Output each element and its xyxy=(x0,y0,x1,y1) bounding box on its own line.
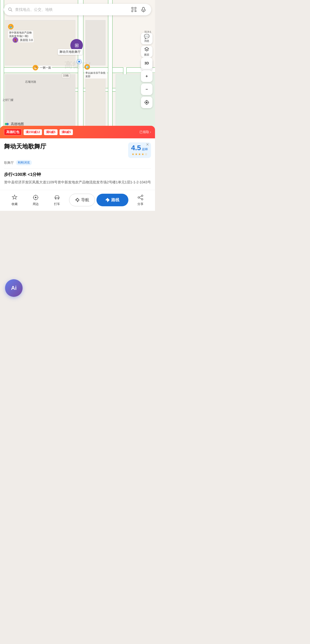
close-button[interactable]: × xyxy=(144,141,151,148)
divider-1 xyxy=(4,168,151,169)
scan-button[interactable] xyxy=(130,6,138,14)
share-label: 分享 xyxy=(137,202,143,206)
star-3-icon: ★ xyxy=(138,152,141,156)
user-location-dot xyxy=(77,60,81,63)
svg-point-22 xyxy=(35,197,36,198)
map-controls: 3D + − xyxy=(141,57,152,108)
messages-label: 消息 xyxy=(144,39,149,43)
search-placeholder: 查找地点、公交、地铁 xyxy=(15,7,130,12)
poi-dot-purple: 💄 xyxy=(13,37,18,43)
svg-point-32 xyxy=(141,198,143,200)
taxi-label: 打车 xyxy=(54,202,60,206)
svg-rect-2 xyxy=(132,7,133,9)
nearby-icon xyxy=(32,194,39,201)
taxi-button[interactable]: 打车 xyxy=(46,194,68,206)
share-icon xyxy=(137,194,144,201)
place-info: 舞动天地歌舞厅 4.5 超棒 ★ ★ ★ ★ ☆ 歌舞厅 刚刚浏览 步行<100… xyxy=(0,138,155,187)
place-distance: 步行<100米 <1分钟 xyxy=(4,172,151,177)
star-2-icon: ★ xyxy=(135,152,138,156)
poi-dot-xinfadi: 🏪 xyxy=(8,24,14,29)
poi-name-yizhounmian: 一粥一面 xyxy=(39,66,52,70)
route-button[interactable]: 路线 xyxy=(96,194,128,206)
red-envelope-brand: 高德红包 xyxy=(4,129,22,135)
layers-label: 图层 xyxy=(144,53,149,57)
map-label-15dong: 15栋 xyxy=(62,73,70,78)
taxi-icon xyxy=(54,194,61,201)
recent-tag: 刚刚浏览 xyxy=(16,160,32,165)
road-vertical-2 xyxy=(108,0,113,131)
poi-name-liyimei: 李幺妹冷冻干杂批发部 xyxy=(84,71,107,78)
route-label: 路线 xyxy=(111,197,119,203)
nearby-button[interactable]: 周边 xyxy=(25,194,46,206)
map-block-3 xyxy=(5,74,75,130)
svg-rect-4 xyxy=(132,11,133,12)
svg-point-31 xyxy=(138,197,139,198)
location-button[interactable] xyxy=(141,97,152,108)
coupon-1: 满150减12 xyxy=(24,129,42,135)
received-arrow-icon: › xyxy=(150,130,151,134)
navigate-button[interactable]: 导航 xyxy=(69,194,95,206)
poi-name-meirongyuan: 美容院 3.8 xyxy=(19,38,34,42)
messages-button[interactable]: 💬 消息 xyxy=(141,33,152,44)
map-area[interactable]: 高德TV 远达1 石堰河路 之轩门窗 15栋 🍜 一粥一面 🏪 资中新发地农产品… xyxy=(0,0,155,131)
svg-line-34 xyxy=(139,198,141,199)
share-button[interactable]: 分享 xyxy=(130,194,151,206)
action-bar: 收藏 周边 xyxy=(0,190,155,208)
road-vertical-3 xyxy=(0,0,4,131)
layers-button[interactable]: 图层 xyxy=(141,46,152,57)
poi-liyimei[interactable]: 🧊 李幺妹冷冻干杂批发部 xyxy=(84,64,107,78)
3d-button[interactable]: 3D xyxy=(141,57,152,69)
svg-point-15 xyxy=(146,102,147,103)
layers-icon xyxy=(144,47,149,53)
star-4-icon: ★ xyxy=(141,152,144,156)
search-icon xyxy=(8,7,13,12)
ai-label: Ai xyxy=(11,285,17,291)
place-header: 舞动天地歌舞厅 4.5 超棒 ★ ★ ★ ★ ☆ xyxy=(4,142,151,158)
zoom-out-button[interactable]: − xyxy=(141,84,152,95)
zoom-in-button[interactable]: + xyxy=(141,70,152,82)
rating-score: 4.5 xyxy=(131,144,141,151)
poi-dot-liyimei: 🧊 xyxy=(84,64,90,70)
svg-rect-3 xyxy=(135,7,136,9)
collect-label: 收藏 xyxy=(12,202,18,206)
pin-icon: ⊞ xyxy=(75,42,79,48)
svg-line-33 xyxy=(139,196,141,197)
received-status: 已领取 › xyxy=(139,130,151,134)
category-tag: 歌舞厅 xyxy=(4,160,14,165)
poi-meirongyuan[interactable]: 💄 美容院 3.8 xyxy=(13,37,34,43)
map-label-road1: 石堰河路 xyxy=(25,80,36,84)
voice-button[interactable] xyxy=(139,6,147,14)
coupon-2: 满6减5 xyxy=(44,129,57,135)
map-block-4 xyxy=(85,74,106,130)
place-title: 舞动天地歌舞厅 xyxy=(4,142,46,150)
nearby-label: 周边 xyxy=(33,202,39,206)
map-block-2 xyxy=(85,20,106,65)
svg-rect-13 xyxy=(142,7,144,10)
svg-line-1 xyxy=(11,10,12,12)
poi-xinfadi[interactable]: 🏪 资中新发地农产品物流批发市场(一期) xyxy=(8,24,33,38)
poi-yizhouymian[interactable]: 🍜 一粥一面 xyxy=(33,65,52,70)
collect-button[interactable]: 收藏 xyxy=(4,194,25,206)
poi-dot-orange: 🍜 xyxy=(33,65,38,70)
svg-point-30 xyxy=(141,195,143,196)
red-envelope-banner[interactable]: 高德红包 满150减12 满6减5 满6减5 已领取 › xyxy=(0,126,155,138)
svg-point-29 xyxy=(58,198,59,199)
messages-icon: 💬 xyxy=(144,34,149,39)
place-tag: 舞动天地歌舞厅 xyxy=(58,49,82,55)
svg-point-28 xyxy=(55,198,56,199)
star-half-icon: ☆ xyxy=(145,152,147,156)
place-tags: 歌舞厅 刚刚浏览 xyxy=(4,160,151,165)
coupon-3: 满6减5 xyxy=(60,129,73,135)
star-1-icon: ★ xyxy=(132,152,134,156)
collect-icon xyxy=(11,194,18,201)
bottom-panel: 高德红包 满150减12 满6减5 满6减5 已领取 › × 舞动天地歌舞厅 4… xyxy=(0,126,155,211)
map-label-zhixuan: 之轩门窗 xyxy=(3,98,14,102)
navigate-label: 导航 xyxy=(81,197,89,203)
rating-stars: ★ ★ ★ ★ ☆ xyxy=(131,152,148,156)
ai-bubble[interactable]: Ai xyxy=(5,279,23,297)
place-address: 资中县经济开发区凤凰大道1109号资中新发地农产品物流批发市场2号楼1单元1层1… xyxy=(4,179,151,185)
search-bar[interactable]: 查找地点、公交、地铁 xyxy=(4,4,151,15)
